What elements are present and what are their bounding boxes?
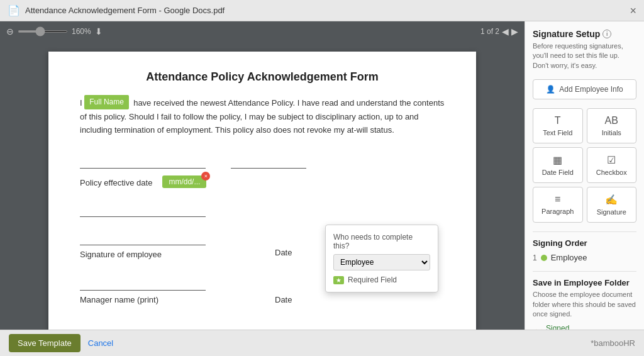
sig-line-2 — [231, 150, 306, 169]
signing-order-title: Signing Order — [533, 238, 636, 248]
folder-icon: 📁 — [533, 328, 543, 330]
checkbox-field-icon: ☑ — [607, 154, 616, 166]
signature-field-button[interactable]: ✍ Signature — [587, 187, 637, 223]
page-info: 1 of 2 — [480, 27, 499, 36]
required-label: Required Field — [348, 275, 397, 284]
pdf-intro-paragraph: I Full Name have received the newest Att… — [80, 96, 445, 137]
panel-subtitle: Before requesting signatures, you'll nee… — [533, 42, 636, 70]
date-sig-line — [80, 198, 206, 217]
employee-sig-label: Signature of employee — [80, 250, 250, 259]
folder-link-row: 📁 Signed Documents Change — [533, 324, 636, 330]
signature-field-icon: ✍ — [605, 194, 618, 206]
pdf-content: Attendance Policy Acknowledgement Form I… — [0, 42, 525, 330]
popover-assignee-select[interactable]: Employee Manager HR — [333, 254, 430, 270]
pdf-page: Attendance Policy Acknowledgement Form I… — [48, 52, 476, 330]
popover-title: Who needs to complete this? — [333, 233, 430, 250]
order-number: 1 — [533, 253, 537, 262]
folder-name-link[interactable]: Signed Documents — [546, 324, 608, 330]
bamboohr-logo: *bambooHR — [591, 338, 635, 348]
main-container: ⊖ 160% ⬇ 1 of 2 ◀ ▶ Attendance Policy Ac… — [0, 21, 644, 330]
cancel-link[interactable]: Cancel — [88, 338, 113, 348]
full-name-field[interactable]: Full Name — [84, 95, 129, 109]
date-field-close[interactable]: × — [201, 172, 210, 181]
pdf-area: ⊖ 160% ⬇ 1 of 2 ◀ ▶ Attendance Policy Ac… — [0, 21, 525, 330]
manager-row: Manager name (print) Date — [80, 292, 445, 304]
initials-field-icon: AB — [605, 115, 618, 126]
manager-name-label: Manager name (print) — [80, 295, 250, 304]
bottom-bar: Save Template Cancel *bambooHR — [0, 330, 644, 356]
date-field-icon: ▦ — [553, 154, 562, 166]
pdf-toolbar: ⊖ 160% ⬇ 1 of 2 ◀ ▶ — [0, 21, 525, 42]
window-title: Attendance Acknowledgement Form - Google… — [25, 6, 225, 15]
paragraph-field-button[interactable]: ≡ Paragraph — [533, 187, 583, 223]
bottom-left: Save Template Cancel — [9, 334, 113, 352]
manager-date-label: Date — [275, 295, 445, 304]
who-needs-popover: Who needs to complete this? Employee Man… — [325, 225, 438, 292]
field-grid: T Text Field AB Initials ▦ Date Field ☑ … — [533, 108, 636, 223]
info-icon[interactable]: i — [602, 30, 611, 38]
change-folder-link[interactable]: Change — [610, 328, 636, 330]
date-field-button[interactable]: ▦ Date Field — [533, 147, 583, 183]
sig-line-1 — [80, 150, 206, 169]
panel-title: Signature Setup i — [533, 29, 636, 39]
prev-page-button[interactable]: ◀ — [502, 26, 509, 36]
required-field-row: ★ Required Field — [333, 275, 430, 284]
policy-date-label: Policy effective date — [80, 178, 152, 187]
paragraph-field-icon: ≡ — [555, 194, 560, 205]
zoom-value: 160% — [72, 27, 91, 36]
add-employee-icon: 👤 — [546, 85, 555, 94]
initials-field-button[interactable]: AB Initials — [587, 108, 637, 143]
next-page-button[interactable]: ▶ — [511, 26, 518, 36]
right-panel: Signature Setup i Before requesting sign… — [525, 21, 644, 330]
save-template-button[interactable]: Save Template — [9, 334, 80, 352]
add-employee-button[interactable]: 👤 Add Employee Info — [533, 79, 636, 99]
save-folder-desc: Choose the employee document folder wher… — [533, 290, 636, 319]
pdf-document-title: Attendance Policy Acknowledgement Form — [80, 70, 445, 84]
close-button[interactable]: × — [630, 5, 636, 16]
text-field-icon: T — [555, 115, 561, 126]
checkbox-field-button[interactable]: ☑ Checkbox — [587, 147, 637, 183]
date-field-widget[interactable]: mm/dd/... × — [162, 175, 206, 188]
zoom-slider[interactable] — [18, 30, 68, 33]
text-field-button[interactable]: T Text Field — [533, 108, 583, 143]
manager-sig-line — [80, 272, 206, 291]
pdf-icon: 📄 — [8, 4, 20, 16]
employee-sig-line — [80, 226, 206, 245]
zoom-out-icon[interactable]: ⊖ — [6, 26, 14, 36]
employee-status-dot — [541, 255, 547, 261]
download-icon[interactable]: ⬇ — [95, 26, 103, 36]
signing-order-item: 1 Employee — [533, 253, 636, 262]
save-folder-title: Save in Employee Folder — [533, 278, 636, 287]
title-bar: 📄 Attendance Acknowledgement Form - Goog… — [0, 0, 644, 21]
required-icon: ★ — [333, 276, 344, 284]
signing-order-employee-label: Employee — [551, 253, 587, 262]
